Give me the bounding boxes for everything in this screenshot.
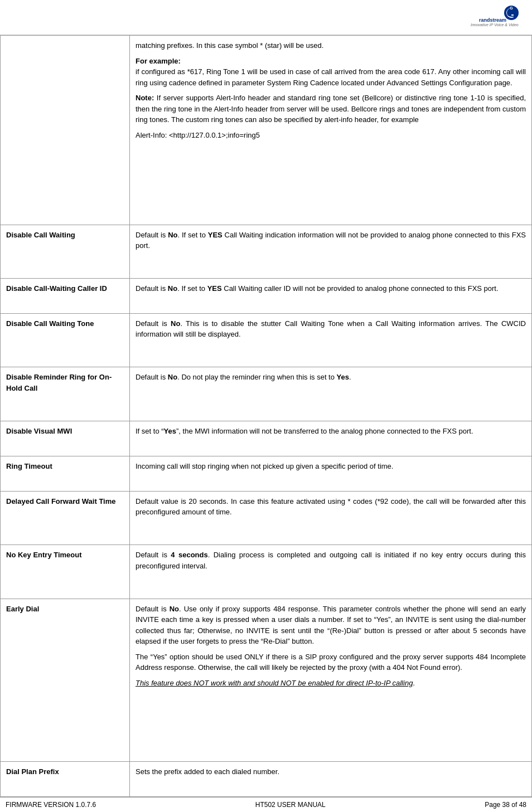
page-wrapper: randstream G Innovative IP Voice & Video…	[0, 0, 532, 812]
content-para: Default value is 20 seconds. In case thi…	[136, 496, 526, 518]
content-para: Sets the prefix added to each dialed num…	[136, 766, 526, 777]
content-para: Default is No. If set to YES Call Waitin…	[136, 283, 526, 294]
svg-text:randstream: randstream	[479, 17, 506, 23]
table-row: Disable Call Waiting Tone Default is No.…	[1, 313, 532, 367]
content-para: Incoming call will stop ringing when not…	[136, 461, 526, 472]
early-dial-para-3: This feature does NOT work with and shou…	[136, 678, 526, 689]
grandstream-logo: randstream G Innovative IP Voice & Video	[462, 5, 524, 30]
row-label-disable-reminder-ring: Disable Reminder Ring for On-Hold Call	[1, 367, 130, 421]
table-row: Disable Reminder Ring for On-Hold Call D…	[1, 367, 532, 421]
row-content-delayed-call-forward: Default value is 20 seconds. In case thi…	[130, 491, 532, 545]
content-para: Default is No. If set to YES Call Waitin…	[136, 230, 526, 251]
row-label-early-dial: Early Dial	[1, 599, 130, 761]
intro-para-2: For example: if configured as *617, Ring…	[136, 56, 526, 89]
early-dial-para-2: The “Yes” option should be used ONLY if …	[136, 651, 526, 673]
row-content-disable-visual-mwi: If set to “Yes”, the MWI information wil…	[130, 421, 532, 456]
intro-para-4: Alert-Info: <http://127.0.0.1>;info=ring…	[136, 130, 526, 141]
row-content-disable-reminder-ring: Default is No. Do not play the reminder …	[130, 367, 532, 421]
row-label-disable-visual-mwi: Disable Visual MWI	[1, 421, 130, 456]
content-table: matching prefixes. In this case symbol *…	[0, 35, 532, 797]
row-label-disable-cw-callerid: Disable Call-Waiting Caller ID	[1, 279, 130, 314]
svg-text:Innovative IP Voice & Video: Innovative IP Voice & Video	[471, 23, 519, 27]
table-row: Early Dial Default is No. Use only if pr…	[1, 599, 532, 761]
row-label-intro	[1, 36, 130, 225]
table-row: Ring Timeout Incoming call will stop rin…	[1, 456, 532, 491]
footer-left: FIRMWARE VERSION 1.0.7.6	[6, 801, 96, 809]
logo-area: randstream G Innovative IP Voice & Video	[460, 3, 526, 31]
row-content-ring-timeout: Incoming call will stop ringing when not…	[130, 456, 532, 491]
row-label-delayed-call-forward: Delayed Call Forward Wait Time	[1, 491, 130, 545]
row-content-disable-cw-callerid: Default is No. If set to YES Call Waitin…	[130, 279, 532, 314]
content-para: Default is 4 seconds. Dialing process is…	[136, 550, 526, 571]
table-row: No Key Entry Timeout Default is 4 second…	[1, 545, 532, 599]
row-content-disable-call-waiting: Default is No. If set to YES Call Waitin…	[130, 225, 532, 279]
page-footer: FIRMWARE VERSION 1.0.7.6 HT502 USER MANU…	[0, 797, 532, 812]
row-content-no-key-entry: Default is 4 seconds. Dialing process is…	[130, 545, 532, 599]
row-label-disable-call-waiting: Disable Call Waiting	[1, 225, 130, 279]
table-row: Disable Call Waiting Default is No. If s…	[1, 225, 532, 279]
row-label-ring-timeout: Ring Timeout	[1, 456, 130, 491]
early-dial-para-1: Default is No. Use only if proxy support…	[136, 604, 526, 647]
content-para: Default is No. This is to disable the st…	[136, 318, 526, 340]
table-row: Disable Call-Waiting Caller ID Default i…	[1, 279, 532, 314]
content-para: If set to “Yes”, the MWI information wil…	[136, 426, 526, 437]
row-content-disable-cw-tone: Default is No. This is to disable the st…	[130, 313, 532, 367]
row-content-dial-plan-prefix: Sets the prefix added to each dialed num…	[130, 762, 532, 797]
row-content-early-dial: Default is No. Use only if proxy support…	[130, 599, 532, 761]
row-label-no-key-entry: No Key Entry Timeout	[1, 545, 130, 599]
row-label-dial-plan-prefix: Dial Plan Prefix	[1, 762, 130, 797]
row-label-disable-cw-tone: Disable Call Waiting Tone	[1, 313, 130, 367]
footer-center: HT502 USER MANUAL	[255, 801, 326, 809]
content-para: Default is No. Do not play the reminder …	[136, 372, 526, 383]
footer-right: Page 38 of 48	[485, 801, 526, 809]
svg-text:G: G	[510, 6, 513, 10]
row-content-intro: matching prefixes. In this case symbol *…	[130, 36, 532, 225]
intro-para-1: matching prefixes. In this case symbol *…	[136, 40, 526, 51]
table-row: matching prefixes. In this case symbol *…	[1, 36, 532, 225]
page-header: randstream G Innovative IP Voice & Video	[0, 0, 532, 35]
table-row: Delayed Call Forward Wait Time Default v…	[1, 491, 532, 545]
table-row: Dial Plan Prefix Sets the prefix added t…	[1, 762, 532, 797]
intro-para-3: Note: If server supports Alert-Info head…	[136, 93, 526, 125]
table-row: Disable Visual MWI If set to “Yes”, the …	[1, 421, 532, 456]
